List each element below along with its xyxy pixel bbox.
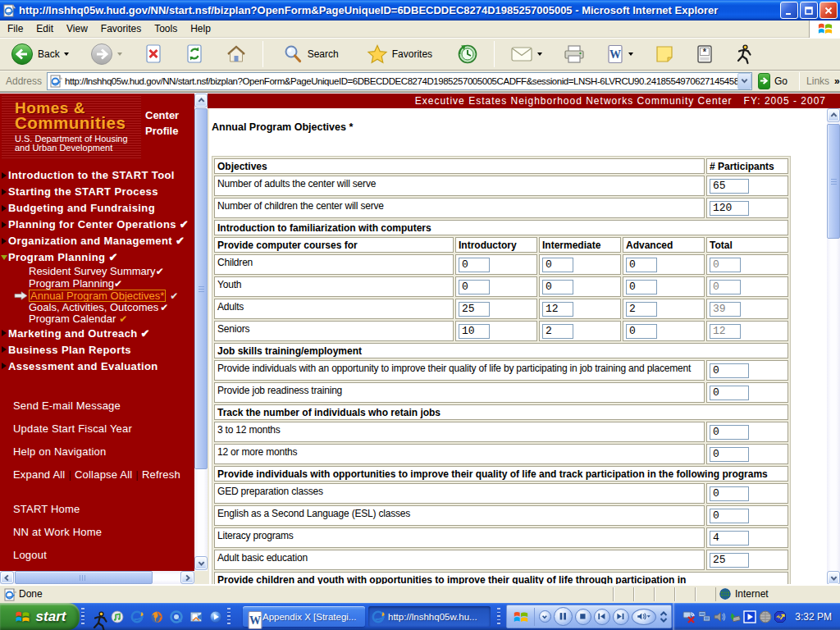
sidebar-link-start-home[interactable]: START Home — [0, 498, 194, 521]
quicklaunch-mediaplayer[interactable] — [209, 610, 222, 623]
sidebar-link-update-start-fiscal-year[interactable]: Update Start Fiscal Year — [0, 418, 194, 441]
sidebar-horizontal-scrollbar[interactable] — [0, 571, 194, 584]
value-input[interactable] — [459, 302, 490, 317]
edit-word-button[interactable]: W — [596, 39, 644, 69]
value-input[interactable] — [710, 363, 749, 378]
notes-button[interactable] — [644, 39, 685, 69]
value-input[interactable] — [626, 280, 657, 294]
print-button[interactable] — [553, 39, 596, 69]
scroll-down-button[interactable] — [194, 556, 208, 570]
wmp-expand-buttons[interactable] — [660, 610, 668, 623]
scroll-right-button[interactable] — [180, 571, 194, 584]
collapsed-triangle-icon[interactable] — [2, 330, 7, 336]
value-input[interactable] — [710, 386, 749, 400]
sidebar-link-refresh[interactable]: Refresh — [142, 468, 180, 481]
search-button[interactable]: Search — [268, 39, 353, 69]
address-dropdown-button[interactable] — [737, 73, 751, 89]
scroll-down-button[interactable] — [827, 571, 840, 585]
value-input[interactable] — [542, 324, 573, 339]
favorites-button[interactable]: Favorites — [353, 39, 446, 69]
start-button[interactable]: start — [0, 603, 80, 630]
links-chevron-icon[interactable]: » — [834, 75, 838, 87]
quicklaunch-aim[interactable] — [91, 610, 104, 623]
research-button[interactable]: * — [685, 39, 724, 69]
sidebar-vertical-scrollbar[interactable] — [194, 94, 208, 570]
value-input[interactable] — [626, 302, 657, 317]
dropdown-arrow-icon[interactable] — [117, 52, 122, 56]
menu-file[interactable]: File — [1, 21, 30, 37]
menu-tools[interactable]: Tools — [148, 21, 184, 37]
menu-favorites[interactable]: Favorites — [94, 21, 148, 37]
collapsed-triangle-icon[interactable] — [2, 205, 7, 212]
aim-button[interactable] — [724, 39, 764, 69]
sidebar-item-business-plan-reports[interactable]: Business Plan Reports — [0, 342, 194, 358]
wmp-menu-button[interactable] — [539, 610, 551, 623]
taskbar-grip-handle[interactable] — [497, 608, 500, 626]
go-button[interactable] — [758, 73, 770, 89]
sidebar-item-starting-the-start-process[interactable]: Starting the START Process — [0, 184, 194, 200]
scroll-thumb[interactable] — [194, 108, 208, 469]
value-input[interactable] — [710, 531, 749, 546]
task-internet-explorer[interactable]: http://lnshhq05w.hu... — [368, 606, 491, 627]
sidebar-item-resident-survey-summary[interactable]: Resident Survey Summary✔ — [0, 266, 194, 278]
sidebar-item-annual-program-objectives[interactable]: Annual Program Objectives*✔ — [0, 290, 194, 302]
menu-view[interactable]: View — [60, 21, 94, 37]
dropdown-arrow-icon[interactable] — [628, 52, 633, 56]
wmp-pause-button[interactable] — [554, 607, 573, 626]
taskbar-grip-handle[interactable] — [81, 608, 84, 626]
restore-button[interactable] — [800, 2, 818, 19]
wmp-previous-button[interactable] — [594, 609, 610, 625]
quicklaunch-firefox[interactable] — [150, 610, 163, 623]
sidebar-item-introduction-to-the-start-tool[interactable]: Introduction to the START Tool — [0, 167, 194, 184]
scroll-thumb[interactable] — [827, 124, 840, 239]
sidebar-link-send-e-mail-message[interactable]: Send E-mail Message — [0, 395, 194, 418]
value-input[interactable] — [459, 324, 490, 339]
dropdown-arrow-icon[interactable] — [537, 52, 542, 56]
history-button[interactable] — [446, 39, 489, 69]
collapsed-triangle-icon[interactable] — [2, 189, 7, 195]
collapsed-triangle-icon[interactable] — [2, 238, 7, 244]
sidebar-item-goals-activities-outcomes[interactable]: Goals, Activities, Outcomes✔ — [0, 302, 194, 314]
tray-globe[interactable] — [759, 610, 772, 623]
tray-power[interactable] — [774, 610, 787, 623]
stop-button[interactable] — [133, 39, 174, 69]
sidebar-link-logout[interactable]: Logout — [0, 544, 194, 567]
tray-volume[interactable] — [713, 610, 726, 623]
sidebar-link-expand-all[interactable]: Expand All — [13, 468, 65, 481]
sidebar-item-program-planning[interactable]: Program Planning✔ — [0, 278, 194, 290]
address-input[interactable]: http://lnshhq05w.hud.gov/NN/start.nsf/bi… — [47, 72, 752, 90]
refresh-button[interactable] — [174, 39, 215, 69]
taskbar-grip-handle[interactable] — [227, 608, 231, 626]
sidebar-item-program-planning[interactable]: Program Planning✔ — [0, 249, 194, 266]
tray-remove-hardware[interactable] — [728, 610, 742, 623]
mail-button[interactable] — [500, 39, 553, 69]
tray-network-offline[interactable] — [682, 610, 696, 623]
wmp-volume-button[interactable] — [632, 609, 656, 625]
go-label[interactable]: Go — [774, 75, 788, 87]
dropdown-arrow-icon[interactable] — [64, 52, 69, 56]
scroll-up-button[interactable] — [194, 94, 208, 107]
value-input[interactable] — [542, 302, 573, 317]
collapsed-triangle-icon[interactable] — [2, 363, 7, 369]
quicklaunch-ie[interactable] — [130, 610, 144, 623]
menu-edit[interactable]: Edit — [30, 21, 60, 37]
task-word-document[interactable]: WAppendix X [Strategi... — [243, 606, 365, 627]
scroll-thumb[interactable] — [15, 571, 153, 584]
value-input[interactable] — [710, 201, 749, 216]
tray-media-play[interactable] — [743, 610, 756, 623]
links-label[interactable]: Links — [806, 75, 829, 87]
home-button[interactable] — [215, 39, 258, 69]
scroll-up-button[interactable] — [827, 108, 840, 122]
value-input[interactable] — [626, 258, 657, 272]
expanded-triangle-icon[interactable] — [1, 255, 7, 260]
sidebar-item-assessment-and-evaluation[interactable]: Assessment and Evaluation — [0, 358, 194, 375]
value-input[interactable] — [710, 447, 749, 462]
value-input[interactable] — [710, 425, 749, 440]
main-vertical-scrollbar[interactable] — [827, 108, 840, 585]
menu-help[interactable]: Help — [184, 21, 217, 37]
sidebar-link-nn-at-work-home[interactable]: NN at Work Home — [0, 521, 194, 544]
wmp-stop-button[interactable] — [575, 609, 591, 625]
hud-logo[interactable]: Homes & Communities U.S. Department of H… — [2, 96, 141, 159]
value-input[interactable] — [459, 280, 490, 294]
sidebar-link-collapse-all[interactable]: Collapse All — [75, 468, 132, 481]
